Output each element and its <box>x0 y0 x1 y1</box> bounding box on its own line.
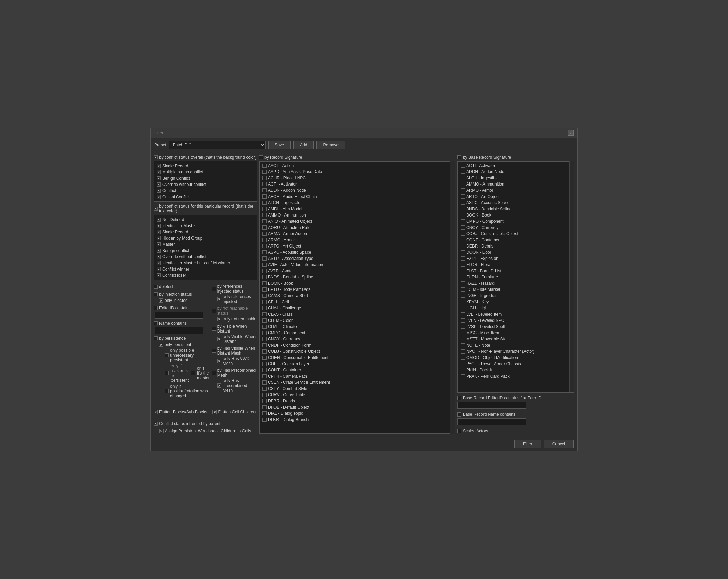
base-record-signature-item-cb[interactable] <box>461 343 465 347</box>
record-signature-item-cb[interactable] <box>262 164 267 168</box>
record-signature-item[interactable]: BNDS - Bendable Spline <box>260 274 450 280</box>
record-signature-item[interactable]: CELL - Cell <box>260 299 450 305</box>
record-signature-item[interactable]: AMMO - Ammunition <box>260 212 450 218</box>
remove-button[interactable]: Remove <box>316 141 345 149</box>
preset-select[interactable]: Patch Diff <box>169 141 266 149</box>
record-signature-item-cb[interactable] <box>262 244 267 248</box>
record-signature-item[interactable]: CURV - Curve Table <box>260 392 450 398</box>
record-signature-item[interactable]: ADDN - Addon Node <box>260 187 450 193</box>
base-record-signature-item-cb[interactable] <box>461 312 465 316</box>
only-if-master-not-persistent-cb[interactable] <box>165 371 169 375</box>
record-signature-item-cb[interactable] <box>262 250 267 254</box>
base-record-signature-item-cb[interactable] <box>461 349 465 354</box>
record-signature-item[interactable]: AVTR - Avatar <box>260 268 450 274</box>
rs-conflict-loser-cb[interactable] <box>157 273 161 277</box>
base-record-signature-item-cb[interactable] <box>461 318 465 323</box>
base-record-signature-item-cb[interactable] <box>461 188 465 192</box>
visible-when-distant-cb[interactable] <box>212 327 216 331</box>
cs-critical-conflict-cb[interactable] <box>157 195 161 199</box>
cs-multiple-no-conflict-cb[interactable] <box>157 170 161 174</box>
record-signature-item-cb[interactable] <box>262 182 267 186</box>
record-signature-item[interactable]: DEBR - Debris <box>260 398 450 404</box>
base-record-signature-item-cb[interactable] <box>461 176 465 180</box>
base-record-name-cb[interactable] <box>457 412 461 417</box>
only-persistent-cb[interactable] <box>159 343 163 347</box>
base-record-signature-item[interactable]: PKIN - Pack-In <box>458 367 569 373</box>
record-signature-item[interactable]: CLFM - Color <box>260 317 450 324</box>
persistence-cb[interactable] <box>154 336 158 340</box>
has-precombined-mesh-cb[interactable] <box>212 371 216 375</box>
base-record-signature-item[interactable]: DEBR - Debris <box>458 243 569 249</box>
record-signature-item-cb[interactable] <box>262 201 267 205</box>
rs-benign-conflict-cb[interactable] <box>157 249 161 253</box>
cs-override-without-conflict-cb[interactable] <box>157 182 161 187</box>
record-signature-item-cb[interactable] <box>262 331 267 335</box>
record-signature-item-cb[interactable] <box>262 399 267 403</box>
only-injected-cb[interactable] <box>159 298 163 303</box>
or-if-master-cb[interactable] <box>191 371 195 375</box>
record-signature-item-cb[interactable] <box>262 349 267 354</box>
record-signature-item[interactable]: BOOK - Book <box>260 280 450 286</box>
base-record-signature-item[interactable]: ACTI - Activator <box>458 162 569 169</box>
base-record-signature-item[interactable]: AMMO - Ammunition <box>458 181 569 187</box>
base-record-signature-item-cb[interactable] <box>461 194 465 199</box>
base-record-signature-item[interactable]: OMOD - Object Modification <box>458 355 569 361</box>
cancel-button[interactable]: Cancel <box>544 440 574 448</box>
record-signature-item[interactable]: AECH - Audio Effect Chain <box>260 193 450 200</box>
record-signature-item-cb[interactable] <box>262 300 267 304</box>
record-signature-item[interactable]: AMDL - Aim Model <box>260 206 450 212</box>
base-record-signature-item-cb[interactable] <box>461 250 465 254</box>
record-signature-item[interactable]: DLBR - Dialog Branch <box>260 417 450 423</box>
record-signature-item-cb[interactable] <box>262 275 267 279</box>
record-signature-item-cb[interactable] <box>262 405 267 409</box>
record-signature-scrollbar[interactable] <box>450 161 455 434</box>
record-signature-item-cb[interactable] <box>262 325 267 329</box>
record-signature-item-cb[interactable] <box>262 411 267 415</box>
base-record-signature-item-cb[interactable] <box>461 201 465 205</box>
base-record-signature-item-cb[interactable] <box>461 356 465 360</box>
base-record-signature-item[interactable]: LIGH - Light <box>458 305 569 311</box>
record-status-checkbox[interactable] <box>154 207 158 211</box>
has-vwd-mesh-cb[interactable] <box>212 349 216 353</box>
record-signature-item[interactable]: CMPO - Component <box>260 330 450 336</box>
record-signature-list[interactable]: AACT - ActionAAPD - Aim Assist Pose Data… <box>259 161 450 434</box>
base-record-signature-item[interactable]: FLOR - Flora <box>458 262 569 268</box>
record-signature-item[interactable]: DIAL - Dialog Topic <box>260 410 450 417</box>
record-signature-item-cb[interactable] <box>262 232 267 236</box>
base-record-signature-item[interactable]: ALCH - Ingestible <box>458 175 569 181</box>
save-button[interactable]: Save <box>268 141 291 149</box>
base-record-signature-item-cb[interactable] <box>461 213 465 217</box>
base-record-signature-item-cb[interactable] <box>461 300 465 304</box>
editorid-cb[interactable] <box>154 306 158 310</box>
only-not-reachable-cb[interactable] <box>217 317 221 321</box>
base-record-signature-item[interactable]: CNCY - Currency <box>458 224 569 231</box>
record-signature-item-cb[interactable] <box>262 287 267 292</box>
base-record-signature-item-cb[interactable] <box>461 374 465 378</box>
record-signature-item-cb[interactable] <box>262 238 267 242</box>
record-signature-item-cb[interactable] <box>262 393 267 397</box>
record-signature-item-cb[interactable] <box>262 263 267 267</box>
record-signature-item-cb[interactable] <box>262 194 267 199</box>
base-record-signature-scrollbar[interactable] <box>569 161 574 392</box>
base-record-signature-item-cb[interactable] <box>461 256 465 261</box>
base-record-signature-item-cb[interactable] <box>461 281 465 285</box>
record-signature-item[interactable]: ANIO - Animated Object <box>260 218 450 224</box>
record-signature-item-cb[interactable] <box>262 318 267 323</box>
only-if-pos-rot-changed-cb[interactable] <box>165 389 169 393</box>
record-signature-item-cb[interactable] <box>262 343 267 347</box>
record-signature-item-cb[interactable] <box>262 374 267 378</box>
base-record-signature-item[interactable]: MISC - Misc. Item <box>458 330 569 336</box>
base-record-signature-item-cb[interactable] <box>461 294 465 298</box>
base-record-signature-item-cb[interactable] <box>461 337 465 341</box>
record-signature-item-cb[interactable] <box>262 362 267 366</box>
record-signature-item-cb[interactable] <box>262 170 267 174</box>
base-record-signature-item[interactable]: ADDN - Addon Node <box>458 169 569 175</box>
references-injected-cb[interactable] <box>212 287 216 291</box>
record-signature-item[interactable]: CPTH - Camera Path <box>260 373 450 379</box>
flatten-cell-children-cb[interactable] <box>212 410 217 414</box>
base-record-signature-item[interactable]: INGR - Ingredient <box>458 293 569 299</box>
record-signature-item-cb[interactable] <box>262 306 267 310</box>
record-signature-item[interactable]: CAMS - Camera Shot <box>260 293 450 299</box>
filter-button[interactable]: Filter <box>514 440 541 448</box>
base-record-signature-item-cb[interactable] <box>461 306 465 310</box>
